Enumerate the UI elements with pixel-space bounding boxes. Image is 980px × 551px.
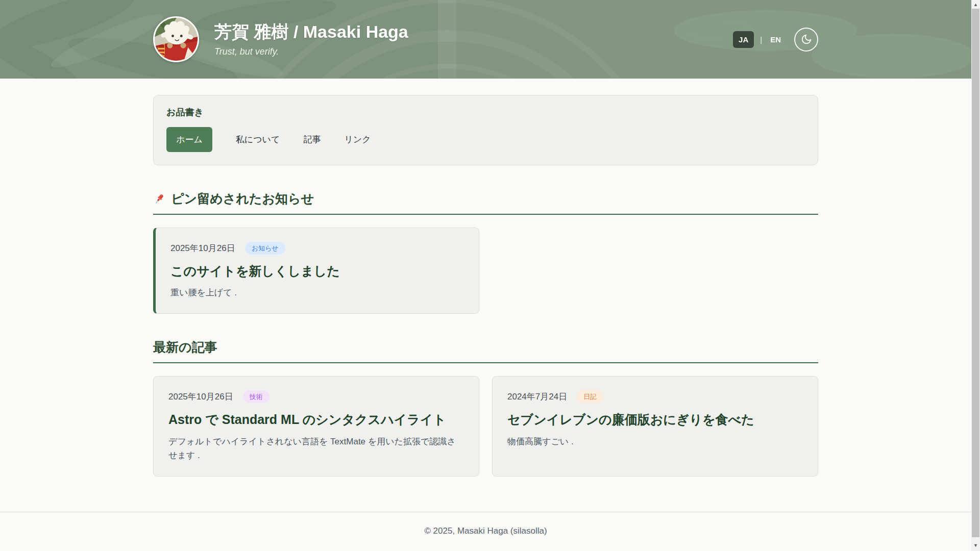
site-title-block: 芳賀 雅樹 / Masaki Haga Trust, but verify. (214, 21, 408, 58)
card-title: Astro で Standard ML のシンタクスハイライト (168, 412, 464, 428)
category-badge-tech: 技術 (243, 390, 270, 403)
language-switch: JA | EN (733, 31, 783, 48)
card-date: 2025年10月26日 (170, 242, 235, 254)
nav-item-links[interactable]: リンク (344, 134, 371, 145)
card-meta: 2024年7月24日 日記 (507, 390, 803, 403)
pinned-section: ピン留めされたお知らせ 2025年10月26日 お知らせ このサイトを新しくしま… (153, 190, 818, 314)
latest-articles-section: 最新の記事 2025年10月26日 技術 Astro で Standard ML… (153, 339, 818, 477)
header-inner: ML (153, 0, 818, 79)
pinned-heading-text: ピン留めされたお知らせ (171, 190, 314, 207)
nav-item-home[interactable]: ホーム (166, 127, 212, 152)
lang-divider: | (760, 35, 762, 44)
nav-item-about[interactable]: 私について (236, 134, 280, 145)
lang-en-button[interactable]: EN (768, 31, 783, 48)
vertical-scrollbar[interactable]: ▲ ▼ (971, 0, 980, 551)
category-badge-announcement: お知らせ (245, 242, 285, 255)
latest-articles-grid: 2025年10月26日 技術 Astro で Standard ML のシンタク… (153, 376, 818, 477)
nav-item-articles[interactable]: 記事 (303, 134, 321, 145)
card-date: 2025年10月26日 (168, 391, 233, 403)
card-meta: 2025年10月26日 技術 (168, 390, 464, 403)
site-header: ML (0, 0, 971, 79)
article-card-astro-sml[interactable]: 2025年10月26日 技術 Astro で Standard ML のシンタク… (153, 376, 479, 477)
svg-text:ML: ML (156, 43, 167, 60)
latest-section-heading: 最新の記事 (153, 339, 818, 363)
site-navigation-card: お品書き ホーム 私について 記事 リンク (153, 95, 818, 165)
nav-title: お品書き (166, 106, 805, 118)
card-excerpt: 重い腰を上げて . (170, 286, 464, 299)
latest-heading-text: 最新の記事 (153, 339, 217, 356)
card-meta: 2025年10月26日 お知らせ (170, 242, 464, 255)
scrollbar-down-arrow[interactable]: ▼ (971, 541, 980, 549)
site-name: 芳賀 雅樹 / Masaki Haga (214, 21, 408, 42)
site-tagline: Trust, but verify. (214, 46, 408, 57)
nav-links: ホーム 私について 記事 リンク (166, 127, 805, 152)
category-badge-diary: 日記 (577, 390, 603, 403)
avatar: ML (153, 16, 199, 62)
plush-sheep-avatar-image: ML (155, 18, 198, 61)
browser-viewport: ML (0, 0, 980, 551)
card-title: このサイトを新しくしました (170, 263, 464, 279)
page: ML (0, 0, 971, 551)
article-card-onigiri[interactable]: 2024年7月24日 日記 セブンイレブンの廉価版おにぎりを食べた 物価高騰すご… (492, 376, 818, 477)
header-controls: JA | EN (733, 28, 818, 52)
card-date: 2024年7月24日 (507, 391, 567, 403)
site-footer: © 2025, Masaki Haga (silasolla) (0, 512, 971, 551)
pushpin-icon (153, 193, 165, 205)
crescent-moon-icon (801, 34, 812, 45)
pinned-announcement-card[interactable]: 2025年10月26日 お知らせ このサイトを新しくしました 重い腰を上げて . (153, 228, 479, 314)
lang-ja-button[interactable]: JA (733, 31, 754, 48)
pinned-section-heading: ピン留めされたお知らせ (153, 190, 818, 215)
scrollbar-up-arrow[interactable]: ▲ (971, 0, 980, 9)
card-excerpt: デフォルトでハイライトされない言語を TextMate を用いた拡張で認識させま… (168, 435, 464, 462)
scrollbar-thumb[interactable] (972, 9, 979, 537)
main-content: お品書き ホーム 私について 記事 リンク (0, 79, 971, 512)
card-excerpt: 物価高騰すごい . (507, 435, 803, 448)
copyright-text: © 2025, Masaki Haga (silasolla) (424, 526, 547, 536)
theme-toggle-button[interactable] (794, 28, 818, 52)
card-title: セブンイレブンの廉価版おにぎりを食べた (507, 412, 803, 428)
